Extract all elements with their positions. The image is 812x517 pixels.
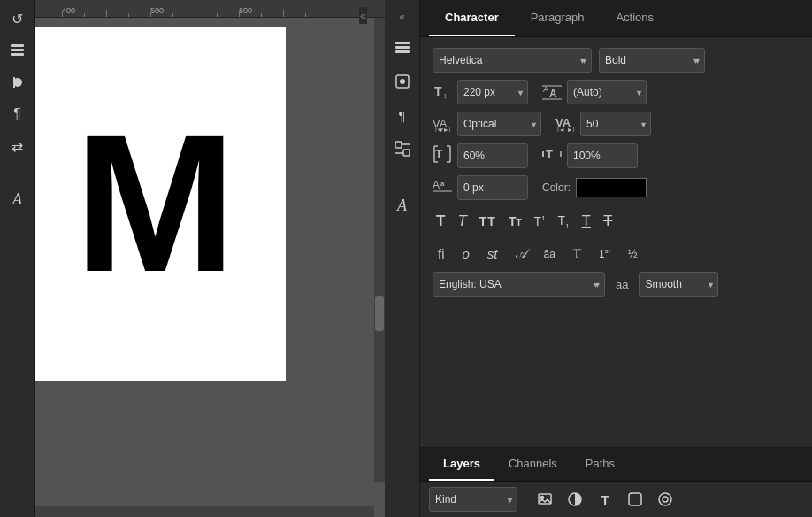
kind-select[interactable]: Kind (429, 487, 517, 512)
font-weight-select[interactable]: Bold (599, 48, 705, 73)
ot-ligatures-btn[interactable]: fi (433, 244, 450, 263)
horizontal-scale-input[interactable]: 100% (567, 143, 638, 168)
svg-text:a: a (440, 180, 445, 188)
scroll-thumb-v[interactable] (375, 296, 384, 331)
style-italic-btn[interactable]: T (454, 211, 470, 232)
main-panel: Character Paragraph Actions Helvetica ▾ … (420, 0, 812, 517)
tool-align[interactable] (4, 68, 32, 96)
sidebar-align-btn[interactable] (388, 67, 417, 96)
tracking-icon: VA |◄ ►| (555, 114, 575, 135)
tool-type[interactable]: A (4, 185, 32, 213)
style-underline-btn[interactable]: T (578, 211, 594, 232)
canvas-scrollbar-h[interactable] (18, 506, 374, 517)
tracking-select[interactable]: 50 (580, 112, 651, 136)
baseline-shift-input[interactable]: 0 px (457, 175, 528, 200)
sidebar-layers-btn[interactable] (388, 34, 417, 62)
sidebar-swap-btn[interactable] (388, 135, 417, 163)
sidebar-paragraph-btn[interactable]: ¶ (388, 101, 417, 129)
bottom-tabs: Layers Channels Paths (420, 448, 812, 482)
style-strikethrough-btn[interactable]: T (600, 211, 616, 232)
filter-type-btn[interactable]: T (593, 487, 617, 512)
kerning-wrapper: Optical ▾ (457, 112, 541, 136)
color-swatch[interactable] (576, 178, 647, 197)
style-superscript-btn[interactable]: T1 (531, 212, 549, 230)
ot-ordinal-btn[interactable]: 1st (594, 245, 616, 262)
baseline-group: A a 0 px (433, 175, 528, 200)
language-wrapper: English: USA ▾ (433, 272, 605, 297)
filter-smartobj-btn[interactable] (653, 487, 678, 512)
tool-paragraph[interactable]: ¶ (4, 100, 32, 128)
svg-rect-2 (11, 53, 24, 56)
tool-rotate[interactable]: ↺ (4, 4, 32, 33)
style-bold-btn[interactable]: T (433, 211, 448, 232)
svg-rect-7 (395, 50, 410, 53)
tab-layers[interactable]: Layers (429, 448, 494, 481)
color-group: Color: (542, 178, 647, 197)
tool-transform[interactable]: ⇄ (4, 132, 32, 160)
font-weight-wrapper: Bold ▾ (599, 48, 705, 73)
leading-group: A A (Auto) ▾ (542, 80, 647, 104)
sidebar-type-btn[interactable]: A (388, 191, 417, 220)
canvas-scrollbar-v[interactable] (374, 18, 385, 482)
font-size-select[interactable]: 220 px (457, 80, 528, 104)
anti-alias-wrapper: Smooth ▾ (639, 272, 718, 297)
tracking-wrapper: 50 ▾ (580, 112, 651, 136)
ot-oldstyle-btn[interactable]: ο (457, 244, 475, 263)
font-size-group: T ↕ 220 px ▾ (433, 80, 528, 104)
canvas-area: ↺ ¶ ⇄ A 400 500 600 (0, 0, 385, 517)
style-smallcaps-btn[interactable]: TT (505, 212, 525, 230)
font-size-icon: T ↕ (433, 81, 452, 103)
toolbar-divider (525, 490, 525, 508)
vertical-scale-input[interactable]: 60% (457, 143, 528, 168)
ot-contextual-btn[interactable]: 𝕋 (568, 245, 586, 262)
language-antialias-row: English: USA ▾ aa Smooth ▾ (433, 272, 800, 297)
tab-paragraph[interactable]: Paragraph (515, 0, 601, 36)
tab-actions[interactable]: Actions (600, 0, 670, 36)
svg-text:A: A (549, 88, 557, 100)
svg-rect-0 (11, 44, 24, 47)
svg-text:|◄►|: |◄►| (435, 127, 451, 132)
tab-paths[interactable]: Paths (571, 448, 629, 481)
style-allcaps-btn[interactable]: TT (476, 212, 500, 230)
panel-collapse-btn[interactable]: « (399, 9, 405, 28)
ot-fraction-btn[interactable]: ½ (623, 245, 643, 262)
svg-rect-43 (629, 493, 641, 505)
leading-icon: A A (542, 82, 562, 102)
horizontal-scale-icon: T (542, 144, 562, 167)
tab-character[interactable]: Character (429, 0, 515, 36)
svg-text:↕: ↕ (443, 91, 448, 99)
svg-text:T: T (546, 148, 553, 161)
character-panel-content: Helvetica ▾ Bold ▾ T ↕ (420, 37, 812, 447)
ot-features-row: fi ο st 𝒜 āa 𝕋 1st ½ (433, 243, 800, 265)
size-leading-row: T ↕ 220 px ▾ A A (433, 80, 800, 104)
filter-adjustment-btn[interactable] (563, 487, 587, 512)
tracking-group: VA |◄ ►| 50 ▾ (555, 112, 651, 136)
style-subscript-btn[interactable]: T1 (555, 212, 573, 232)
font-family-select[interactable]: Helvetica (433, 48, 592, 73)
svg-rect-11 (403, 150, 410, 156)
language-select[interactable]: English: USA (433, 272, 605, 297)
leading-select[interactable]: (Auto) (567, 80, 647, 104)
filter-image-btn[interactable] (532, 487, 557, 512)
font-row: Helvetica ▾ Bold ▾ (433, 48, 800, 73)
leading-wrapper: (Auto) ▾ (567, 80, 647, 104)
white-canvas: M (25, 27, 286, 381)
ot-swash-btn[interactable]: 𝒜 (510, 244, 532, 263)
svg-point-9 (400, 79, 405, 84)
horizontal-scale-group: T 100% (542, 143, 638, 168)
tab-channels[interactable]: Channels (494, 448, 571, 481)
tool-layers[interactable] (4, 36, 32, 65)
kerning-select[interactable]: Optical (457, 112, 541, 136)
collapse-arrow[interactable]: « (359, 7, 367, 24)
ruler-mark-500: 500 (150, 6, 164, 15)
vertical-scale-group: T 60% (433, 143, 528, 168)
top-tabs: Character Paragraph Actions (420, 0, 812, 37)
svg-rect-1 (11, 49, 24, 51)
svg-rect-10 (395, 142, 402, 148)
anti-alias-icon: aa (612, 278, 632, 291)
filter-shape-btn[interactable] (623, 487, 647, 512)
ot-titling-btn[interactable]: āa (539, 246, 561, 262)
anti-alias-select[interactable]: Smooth (639, 272, 718, 297)
kerning-group: VA |◄►| Optical ▾ (433, 112, 541, 136)
ot-discretionary-btn[interactable]: st (482, 244, 503, 263)
